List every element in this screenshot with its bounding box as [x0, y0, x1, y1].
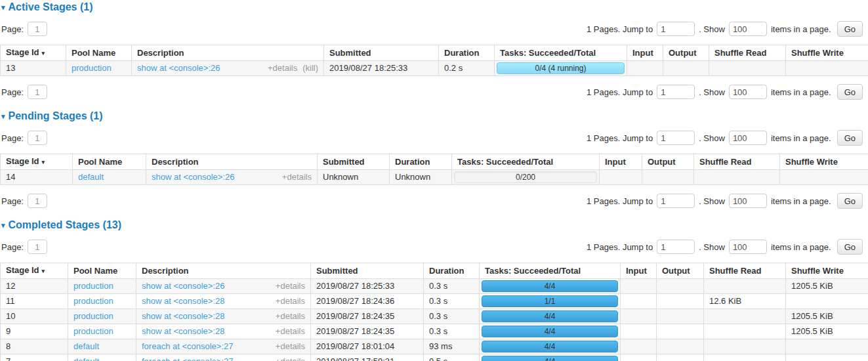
- pool-name-link[interactable]: default: [78, 172, 104, 182]
- description-cell: show at <console>:28+details: [136, 309, 311, 324]
- column-header-label: Submitted: [323, 157, 365, 167]
- column-header-label: Stage Id: [6, 265, 39, 275]
- stage-description-link[interactable]: show at <console>:26: [142, 282, 224, 291]
- column-header-output[interactable]: Output: [657, 263, 704, 279]
- column-header-tasks[interactable]: Tasks: Succeeded/Total: [452, 154, 600, 170]
- stage-id-cell: 8: [1, 339, 68, 354]
- column-header-pool-name[interactable]: Pool Name: [68, 263, 136, 279]
- pool-name-link[interactable]: production: [72, 63, 112, 73]
- tasks-progress-cell: 4/4: [480, 309, 621, 324]
- column-header-description[interactable]: Description: [146, 154, 318, 170]
- stage-description-link[interactable]: show at <console>:28: [142, 327, 224, 336]
- column-header-pool-name[interactable]: Pool Name: [66, 45, 132, 61]
- page-number-input[interactable]: [28, 194, 47, 208]
- page-number-input[interactable]: [28, 240, 47, 254]
- column-header-description[interactable]: Description: [132, 45, 324, 61]
- details-link[interactable]: +details: [276, 312, 305, 321]
- shuffle-write-cell: [786, 354, 868, 361]
- column-header-duration[interactable]: Duration: [390, 154, 452, 170]
- stage-id-cell: 13: [1, 61, 66, 76]
- submitted-cell: 2019/08/27 18:25:33: [311, 279, 424, 294]
- column-header-shuffle-write[interactable]: Shuffle Write: [786, 263, 868, 279]
- go-button[interactable]: Go: [837, 193, 863, 209]
- section-title[interactable]: ▾Completed Stages (13): [1, 219, 868, 231]
- column-header-shuffle-read[interactable]: Shuffle Read: [704, 263, 786, 279]
- column-header-shuffle-write[interactable]: Shuffle Write: [786, 45, 868, 61]
- table-header-row: Stage Id▾Pool NameDescriptionSubmittedDu…: [1, 45, 868, 61]
- show-count-input[interactable]: [729, 22, 767, 36]
- go-button[interactable]: Go: [837, 130, 863, 146]
- column-header-input[interactable]: Input: [621, 263, 657, 279]
- pool-name-link[interactable]: production: [73, 296, 114, 306]
- tasks-progress-cell: 0/4 (4 running): [495, 61, 627, 76]
- show-count-input[interactable]: [729, 85, 767, 99]
- column-header-stage-id[interactable]: Stage Id▾: [1, 45, 66, 61]
- go-button[interactable]: Go: [837, 239, 863, 255]
- stage-description-link[interactable]: foreach at <console>:27: [142, 357, 234, 361]
- column-header-label: Duration: [444, 48, 479, 58]
- column-header-duration[interactable]: Duration: [439, 45, 495, 61]
- go-button[interactable]: Go: [837, 84, 863, 100]
- column-header-tasks[interactable]: Tasks: Succeeded/Total: [480, 263, 621, 279]
- details-link[interactable]: +details: [276, 342, 305, 351]
- stage-description-link[interactable]: foreach at <console>:27: [142, 342, 234, 351]
- column-header-input[interactable]: Input: [627, 45, 663, 61]
- column-header-pool-name[interactable]: Pool Name: [73, 154, 146, 170]
- submitted-cell: 2019/08/27 18:24:36: [311, 294, 424, 309]
- column-header-stage-id[interactable]: Stage Id▾: [1, 154, 73, 170]
- show-count-input[interactable]: [729, 240, 767, 254]
- pool-name-link[interactable]: default: [73, 341, 99, 351]
- details-link[interactable]: +details: [276, 357, 305, 361]
- shuffle-read-cell: 12.6 KiB: [704, 294, 786, 309]
- stages-table: Stage Id▾Pool NameDescriptionSubmittedDu…: [0, 154, 868, 185]
- jump-to-input[interactable]: [657, 131, 695, 145]
- column-header-output[interactable]: Output: [663, 45, 709, 61]
- column-header-shuffle-read[interactable]: Shuffle Read: [709, 45, 786, 61]
- page-number-input[interactable]: [28, 131, 47, 145]
- column-header-shuffle-write[interactable]: Shuffle Write: [780, 154, 868, 170]
- column-header-submitted[interactable]: Submitted: [324, 45, 439, 61]
- stage-description-link[interactable]: show at <console>:26: [152, 173, 234, 182]
- pool-name-link[interactable]: default: [73, 356, 99, 361]
- items-per-page-label: items in a page.: [771, 24, 831, 34]
- column-header-label: Shuffle Read: [699, 157, 751, 167]
- column-header-description[interactable]: Description: [136, 263, 311, 279]
- column-header-stage-id[interactable]: Stage Id▾: [1, 263, 68, 279]
- details-link[interactable]: +details: [276, 282, 305, 291]
- column-header-output[interactable]: Output: [642, 154, 694, 170]
- section-title[interactable]: ▾Pending Stages (1): [1, 110, 868, 122]
- page-number-input[interactable]: [28, 22, 47, 36]
- pool-name-link[interactable]: production: [73, 311, 114, 321]
- stage-id-cell: 14: [1, 170, 73, 185]
- column-header-submitted[interactable]: Submitted: [318, 154, 390, 170]
- pool-name-link[interactable]: production: [73, 281, 114, 291]
- stage-description-link[interactable]: show at <console>:28: [142, 312, 224, 321]
- go-button[interactable]: Go: [837, 21, 863, 37]
- stage-row: 8defaultforeach at <console>:27+details2…: [1, 339, 868, 354]
- jump-to-input[interactable]: [657, 85, 695, 99]
- column-header-tasks[interactable]: Tasks: Succeeded/Total: [495, 45, 627, 61]
- column-header-label: Output: [669, 48, 697, 58]
- details-link[interactable]: +details: [268, 64, 297, 73]
- column-header-input[interactable]: Input: [600, 154, 642, 170]
- jump-to-input[interactable]: [657, 194, 695, 208]
- column-header-duration[interactable]: Duration: [424, 263, 480, 279]
- details-link[interactable]: +details: [276, 297, 305, 306]
- details-link[interactable]: +details: [276, 327, 305, 336]
- details-link[interactable]: +details: [282, 173, 312, 182]
- jump-to-input[interactable]: [657, 240, 695, 254]
- section-title[interactable]: ▾Active Stages (1): [1, 1, 868, 13]
- stage-row: 11productionshow at <console>:28+details…: [1, 294, 868, 309]
- jump-to-input[interactable]: [657, 22, 695, 36]
- page-number-input[interactable]: [28, 85, 47, 99]
- show-count-input[interactable]: [729, 194, 767, 208]
- column-header-submitted[interactable]: Submitted: [311, 263, 424, 279]
- pool-name-link[interactable]: production: [73, 326, 114, 336]
- kill-link[interactable]: (kill): [302, 64, 318, 73]
- shuffle-write-cell: [786, 61, 868, 76]
- show-count-input[interactable]: [729, 131, 767, 145]
- stage-description-link[interactable]: show at <console>:28: [142, 297, 224, 306]
- stage-description-link[interactable]: show at <console>:26: [137, 64, 220, 73]
- shuffle-write-cell: 1205.5 KiB: [786, 309, 868, 324]
- column-header-shuffle-read[interactable]: Shuffle Read: [694, 154, 780, 170]
